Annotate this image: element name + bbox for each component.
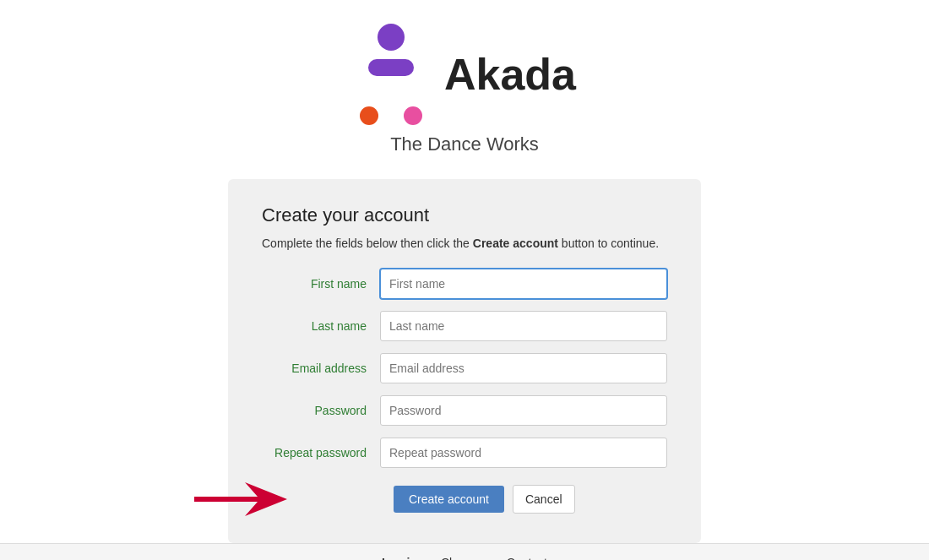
page-wrapper: Akada The Dance Works Create your accoun…: [0, 0, 929, 560]
logo-rect-purple: [368, 59, 414, 76]
label-last-name: Last name: [262, 319, 380, 333]
logo-icon: [353, 24, 429, 125]
footer-link-login[interactable]: Log in: [382, 556, 417, 560]
input-repeat-password[interactable]: [380, 438, 667, 468]
create-account-card: Create your account Complete the fields …: [228, 179, 701, 543]
input-last-name[interactable]: [380, 311, 667, 341]
footer-link-contact[interactable]: Contact: [507, 556, 547, 560]
svg-marker-0: [194, 482, 287, 516]
form-fields: First nameLast nameEmail addressPassword…: [262, 269, 667, 468]
card-desc-prefix: Complete the fields below then click the: [262, 237, 473, 250]
label-first-name: First name: [262, 277, 380, 291]
card-title: Create your account: [262, 204, 667, 226]
buttons-row: Create account Cancel: [262, 485, 667, 514]
logo-area: Akada: [353, 24, 576, 125]
card-desc-suffix: button to continue.: [558, 237, 659, 250]
form-row-repeat-password: Repeat password: [262, 438, 667, 468]
footer: Log in Classes Contact: [0, 543, 929, 560]
tagline: The Dance Works: [390, 133, 539, 155]
cancel-button[interactable]: Cancel: [513, 485, 575, 514]
input-email[interactable]: [380, 353, 667, 383]
form-row-password: Password: [262, 395, 667, 426]
logo-dot-orange: [360, 106, 378, 125]
arrow-icon: [194, 478, 287, 520]
logo-title: Akada: [444, 49, 576, 100]
card-description: Complete the fields below then click the…: [262, 237, 667, 250]
label-password: Password: [262, 404, 380, 417]
label-email: Email address: [262, 362, 380, 375]
header: Akada The Dance Works: [0, 0, 929, 179]
create-account-button[interactable]: Create account: [394, 486, 504, 513]
logo-dot-purple: [378, 24, 405, 51]
form-row-email: Email address: [262, 353, 667, 383]
card-desc-bold: Create account: [473, 237, 558, 250]
arrow-indicator: [194, 478, 287, 520]
form-row-first-name: First name: [262, 269, 667, 299]
form-row-last-name: Last name: [262, 311, 667, 341]
input-first-name[interactable]: [380, 269, 667, 299]
logo-dot-pink: [404, 106, 422, 125]
footer-link-classes[interactable]: Classes: [441, 556, 483, 560]
label-repeat-password: Repeat password: [262, 446, 380, 459]
input-password[interactable]: [380, 395, 667, 426]
